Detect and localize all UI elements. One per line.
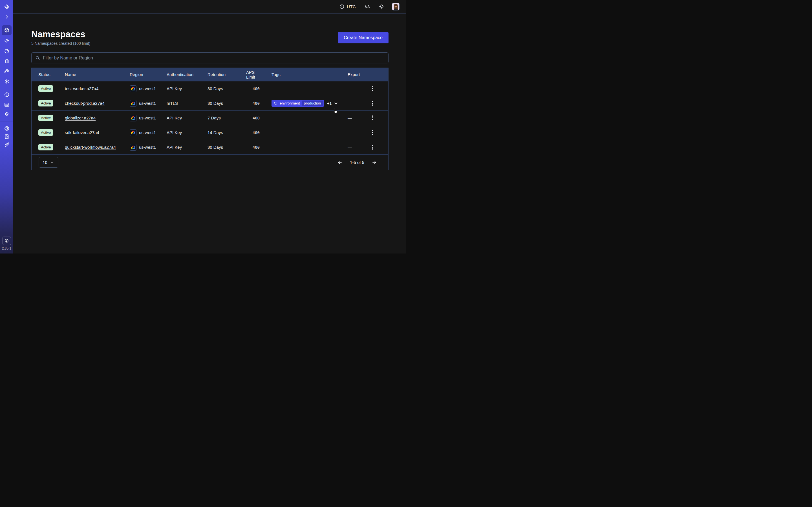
timezone-selector[interactable]: UTC: [339, 4, 356, 9]
aps-limit: 400: [241, 145, 271, 150]
export-value: —: [348, 86, 364, 91]
status-badge: Active: [38, 115, 53, 121]
namespace-link[interactable]: sdk-failover.a27a4: [65, 130, 99, 135]
topbar: UTC: [13, 0, 406, 13]
sidebar-item-nexus-icon[interactable]: [4, 78, 10, 84]
table-header-row: Status Name Region Authentication Retent…: [32, 68, 388, 81]
tag-value: production: [302, 101, 323, 106]
col-header-authentication: Authentication: [167, 72, 207, 77]
retention: 30 Days: [207, 86, 241, 91]
filter-input[interactable]: [43, 55, 385, 61]
auth-method: API Key: [167, 86, 207, 91]
namespaces-table: Status Name Region Authentication Retent…: [31, 68, 389, 170]
region-label: us-west1: [139, 101, 156, 106]
gcp-region-icon: [130, 86, 137, 92]
col-header-retention: Retention: [207, 72, 241, 77]
row-menu-button[interactable]: [368, 85, 376, 93]
col-header-region: Region: [130, 72, 167, 77]
filter-input-container: [31, 52, 389, 63]
sidebar-item-usage-icon[interactable]: [4, 92, 10, 98]
prev-page-button[interactable]: [337, 160, 343, 165]
row-menu-button[interactable]: [368, 100, 376, 107]
status-badge: Active: [38, 100, 53, 107]
auth-method: mTLS: [167, 101, 207, 106]
namespace-link[interactable]: globalizer.a27a4: [65, 115, 96, 120]
col-header-export: Export: [348, 72, 364, 77]
theme-toggle-sun-icon[interactable]: [378, 4, 384, 9]
table-row: Active sdk-failover.a27a4 us-west1 API K…: [32, 125, 388, 140]
sidebar-item-monitor-icon[interactable]: [4, 38, 10, 44]
region-label: us-west1: [139, 86, 156, 91]
table-row: Active test-worker.a27a4 us-west1 API Ke…: [32, 81, 388, 96]
sidebar-item-support-icon[interactable]: [4, 125, 10, 131]
accessibility-glasses-icon[interactable]: [364, 4, 370, 10]
timezone-label: UTC: [347, 4, 356, 9]
temporal-logo-icon[interactable]: [4, 4, 10, 10]
page-title: Namespaces: [31, 29, 90, 40]
region-label: us-west1: [139, 130, 156, 135]
row-menu-button[interactable]: [368, 144, 376, 151]
sidebar-item-docs-icon[interactable]: [4, 133, 10, 140]
tag-key: environment: [280, 101, 300, 105]
sidebar-item-deployments-icon[interactable]: [4, 58, 10, 64]
aps-limit: 400: [241, 116, 271, 120]
pagination-range-label: 1-5 of 5: [350, 160, 364, 165]
sidebar-item-settings-icon[interactable]: [4, 111, 10, 117]
namespace-count-subtitle: 5 Namespaces created (100 limit): [31, 41, 90, 46]
col-header-aps-limit: APS Limit: [241, 70, 271, 79]
temporal-cloud-app: 2.35.1 UTC Namespa: [0, 0, 406, 253]
tags-more-count: +1: [327, 101, 332, 106]
sidebar-item-get-started-icon[interactable]: [4, 142, 10, 148]
main-content: Namespaces 5 Namespaces created (100 lim…: [13, 13, 406, 170]
version-label: 2.35.1: [0, 246, 13, 250]
gcp-region-icon: [130, 129, 137, 136]
retention: 30 Days: [207, 145, 241, 150]
row-menu-button[interactable]: [368, 129, 376, 136]
tag-chip[interactable]: environment production: [271, 100, 324, 107]
status-badge: Active: [38, 144, 53, 151]
export-value: —: [348, 145, 364, 150]
page-size-select[interactable]: 10: [39, 157, 58, 168]
aps-limit: 400: [241, 130, 271, 135]
table-row: Active quickstart-workflows.a27a4 us-wes…: [32, 140, 388, 154]
chevron-down-icon: [50, 160, 54, 165]
auth-method: API Key: [167, 115, 207, 120]
sidebar-item-billing-icon[interactable]: [4, 102, 10, 108]
gcp-region-icon: [130, 100, 137, 107]
namespace-link[interactable]: quickstart-workflows.a27a4: [65, 145, 116, 150]
status-badge: Active: [38, 86, 53, 92]
table-pagination: 10 1-5 of 5: [32, 154, 388, 170]
export-value: —: [348, 115, 364, 120]
sidebar: 2.35.1: [0, 0, 13, 253]
namespace-link[interactable]: test-worker.a27a4: [65, 86, 98, 91]
sidebar-item-schedules-icon[interactable]: [4, 48, 10, 54]
namespace-link[interactable]: checkout-prod.a27a4: [65, 101, 105, 106]
table-row: Active globalizer.a27a4 us-west1 API Key…: [32, 110, 388, 125]
sidebar-divider: [0, 121, 13, 121]
sidebar-item-namespaces-icon[interactable]: [4, 27, 10, 33]
auth-method: API Key: [167, 130, 207, 135]
auth-method: API Key: [167, 145, 207, 150]
credits-icon[interactable]: [3, 237, 11, 245]
retention: 14 Days: [207, 130, 241, 135]
retention: 30 Days: [207, 101, 241, 106]
next-page-button[interactable]: [371, 160, 377, 165]
col-header-status: Status: [32, 72, 65, 77]
sidebar-expand-icon[interactable]: [4, 14, 10, 20]
user-avatar[interactable]: [392, 3, 400, 10]
create-namespace-button[interactable]: Create Namespace: [338, 32, 389, 43]
export-value: —: [348, 130, 364, 135]
search-icon: [35, 55, 40, 61]
region-label: us-west1: [139, 145, 156, 150]
retention: 7 Days: [207, 115, 241, 120]
table-row: Active checkout-prod.a27a4 us-west1 mTLS…: [32, 96, 388, 110]
status-badge: Active: [38, 129, 53, 136]
sidebar-item-batch-operations-icon[interactable]: [4, 68, 10, 74]
row-menu-button[interactable]: [368, 114, 376, 122]
aps-limit: 400: [241, 101, 271, 106]
gcp-region-icon: [130, 115, 137, 121]
col-header-tags: Tags: [271, 72, 348, 77]
export-value: —: [348, 101, 364, 106]
tags-expand-chevron-icon[interactable]: [334, 101, 338, 106]
sidebar-divider: [0, 87, 13, 87]
